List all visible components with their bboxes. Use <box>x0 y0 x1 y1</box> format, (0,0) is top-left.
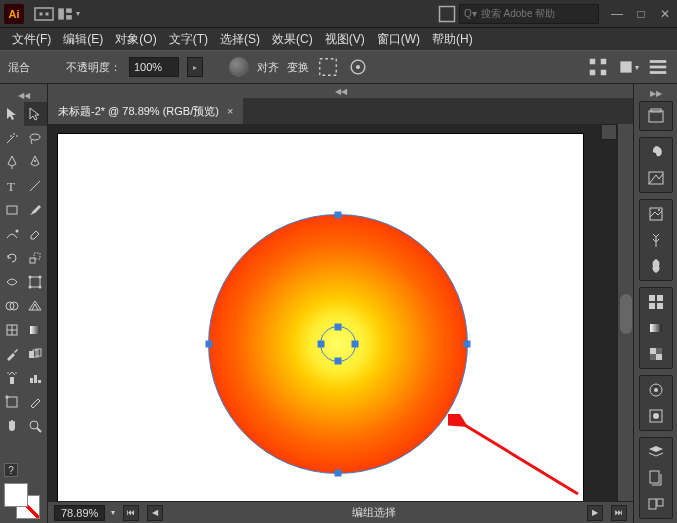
svg-rect-57 <box>649 295 655 301</box>
menu-window[interactable]: 窗口(W) <box>371 29 426 50</box>
panel-menu-icon[interactable] <box>647 56 669 78</box>
menu-edit[interactable]: 编辑(E) <box>57 29 109 50</box>
zoom-dropdown-icon[interactable]: ▾ <box>111 508 115 517</box>
transform-label[interactable]: 变换 <box>287 60 309 75</box>
canvas[interactable] <box>48 124 617 501</box>
width-tool[interactable] <box>0 270 24 294</box>
gradient-panel-icon[interactable] <box>642 316 670 340</box>
layers-panel-icon[interactable] <box>642 440 670 464</box>
libraries-panel-icon[interactable] <box>642 104 670 128</box>
artboard[interactable] <box>58 134 583 501</box>
nav-last-icon[interactable]: ⏭ <box>611 505 627 521</box>
direct-selection-tool[interactable] <box>24 102 48 126</box>
paintbrush-tool[interactable] <box>24 198 48 222</box>
anchor-handle[interactable] <box>335 470 342 477</box>
toolbox-collapse-icon[interactable]: ◀◀ <box>0 88 47 102</box>
swatches-panel-icon[interactable] <box>642 202 670 226</box>
search-input[interactable]: Q▾搜索 Adobe 帮助 <box>459 4 599 24</box>
anchor-handle[interactable] <box>464 341 471 348</box>
nav-next-icon[interactable]: ▶ <box>587 505 603 521</box>
mesh-tool[interactable] <box>0 318 24 342</box>
isolate-icon[interactable] <box>317 56 339 78</box>
zoom-level[interactable]: 78.89% <box>54 505 105 521</box>
menu-file[interactable]: 文件(F) <box>6 29 57 50</box>
tab-close-icon[interactable]: × <box>227 105 233 117</box>
symbol-sprayer-tool[interactable] <box>0 366 24 390</box>
anchor-handle[interactable] <box>335 212 342 219</box>
brushes-panel-icon[interactable] <box>642 228 670 252</box>
rectangle-tool[interactable] <box>0 198 24 222</box>
symbols-panel-icon[interactable] <box>642 254 670 278</box>
artboard-tool[interactable] <box>0 390 24 414</box>
edit-icon[interactable] <box>347 56 369 78</box>
type-tool[interactable]: T <box>0 174 24 198</box>
menu-effect[interactable]: 效果(C) <box>266 29 319 50</box>
opacity-input[interactable] <box>129 57 179 77</box>
sync-icon[interactable] <box>435 4 459 24</box>
scale-tool[interactable] <box>24 246 48 270</box>
lasso-tool[interactable] <box>24 126 48 150</box>
shape-builder-tool[interactable] <box>0 294 24 318</box>
control-bar: 混合 不透明度： ▸ 对齐 变换 ▾ <box>0 50 677 84</box>
anchor-handle[interactable] <box>335 358 342 365</box>
color-guide-panel-icon[interactable] <box>642 166 670 190</box>
eyedropper-tool[interactable] <box>0 342 24 366</box>
recolor-icon[interactable] <box>229 57 249 77</box>
line-tool[interactable] <box>24 174 48 198</box>
anchor-handle[interactable] <box>206 341 213 348</box>
panel-collapse-icon[interactable]: ◀◀ <box>48 84 633 98</box>
align-label[interactable]: 对齐 <box>257 60 279 75</box>
column-graph-tool[interactable] <box>24 366 48 390</box>
transparency-panel-icon[interactable] <box>642 342 670 366</box>
document-tab[interactable]: 未标题-2* @ 78.89% (RGB/预览) × <box>48 98 243 124</box>
anchor-handle[interactable] <box>352 341 359 348</box>
gradient-tool[interactable] <box>24 318 48 342</box>
snap-icon[interactable]: ▾ <box>617 56 639 78</box>
slice-tool[interactable] <box>24 390 48 414</box>
curvature-tool[interactable] <box>24 150 48 174</box>
opacity-stepper[interactable]: ▸ <box>187 57 203 77</box>
menu-object[interactable]: 对象(O) <box>109 29 162 50</box>
menu-help[interactable]: 帮助(H) <box>426 29 479 50</box>
color-panel-icon[interactable] <box>642 140 670 164</box>
nav-first-icon[interactable]: ⏮ <box>123 505 139 521</box>
menu-type[interactable]: 文字(T) <box>163 29 214 50</box>
svg-point-56 <box>658 209 660 211</box>
perspective-grid-tool[interactable] <box>24 294 48 318</box>
arrange-icon[interactable]: ▾ <box>56 4 80 24</box>
free-transform-tool[interactable] <box>24 270 48 294</box>
graphic-styles-panel-icon[interactable] <box>642 404 670 428</box>
anchor-handle[interactable] <box>335 324 342 331</box>
grid-icon[interactable] <box>587 56 609 78</box>
artboards-panel-icon[interactable] <box>642 492 670 516</box>
blend-tool[interactable] <box>24 342 48 366</box>
blend-object[interactable] <box>208 214 468 474</box>
menu-select[interactable]: 选择(S) <box>214 29 266 50</box>
fill-swatch[interactable] <box>4 483 28 507</box>
menu-view[interactable]: 视图(V) <box>319 29 371 50</box>
bridge-icon[interactable] <box>32 4 56 24</box>
nav-prev-icon[interactable]: ◀ <box>147 505 163 521</box>
asset-export-panel-icon[interactable] <box>642 466 670 490</box>
scrollbar-thumb[interactable] <box>620 294 632 334</box>
zoom-tool[interactable] <box>24 414 48 438</box>
selection-tool[interactable] <box>0 102 24 126</box>
pen-tool[interactable] <box>0 150 24 174</box>
shaper-tool[interactable] <box>0 222 24 246</box>
minimize-button[interactable]: — <box>609 6 625 22</box>
rotate-tool[interactable] <box>0 246 24 270</box>
close-button[interactable]: ✕ <box>657 6 673 22</box>
eraser-tool[interactable] <box>24 222 48 246</box>
magic-wand-tool[interactable] <box>0 126 24 150</box>
dock-collapse-icon[interactable]: ▶▶ <box>634 88 677 99</box>
appearance-panel-icon[interactable] <box>642 378 670 402</box>
maximize-button[interactable]: □ <box>633 6 649 22</box>
stroke-panel-icon[interactable] <box>642 290 670 314</box>
hand-tool[interactable] <box>0 414 24 438</box>
color-swatches[interactable]: ? <box>0 459 47 523</box>
anchor-handle[interactable] <box>318 341 325 348</box>
outer-circle[interactable] <box>208 214 468 474</box>
vertical-scrollbar[interactable] <box>617 124 633 501</box>
default-fill-stroke-icon[interactable]: ? <box>4 463 18 477</box>
inner-circle[interactable] <box>320 326 356 362</box>
